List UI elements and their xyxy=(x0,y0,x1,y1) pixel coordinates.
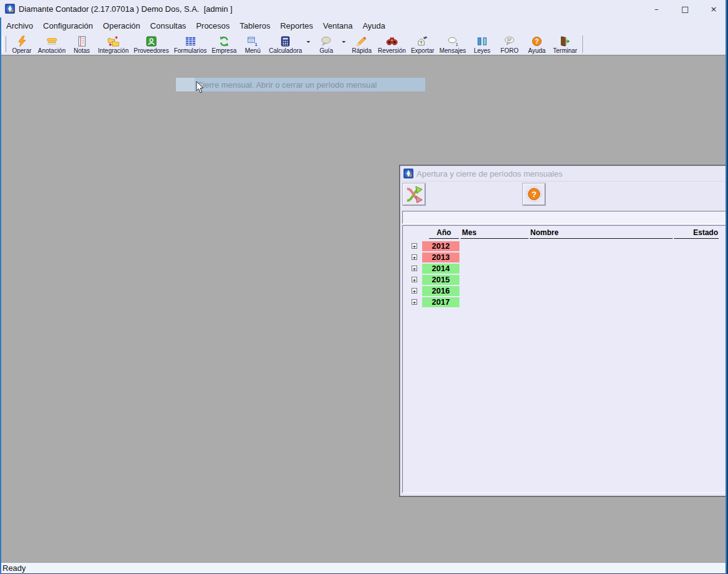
toolbar-button-empresa[interactable]: Empresa xyxy=(209,34,239,55)
grid-row-2017: +2017 xyxy=(403,297,728,308)
guia-balloon-icon xyxy=(320,35,332,47)
toolbar: OperarAnotaciónNotasIntegraciónProveedor… xyxy=(0,34,728,56)
toolbar-button-label: Guía xyxy=(320,48,333,54)
toolbar-button-label: Empresa xyxy=(211,48,236,54)
dialog-title: Apertura y cierre de períodos mensuales xyxy=(417,169,563,178)
toolbar-button-calculadora[interactable]: Calculadora xyxy=(266,34,304,55)
menubar: ArchivoConfiguraciónOperaciónConsultasPr… xyxy=(0,17,728,34)
column-header-mes[interactable]: Mes xyxy=(462,228,476,237)
toolbar-button-label: Formularios xyxy=(174,48,207,54)
dialog-toolbar: ? xyxy=(400,182,728,210)
toolbar-button-formularios[interactable]: Formularios xyxy=(172,34,210,55)
titlebar: Diamante Contador (2.17.0701a ) Demo Dos… xyxy=(0,0,728,17)
year-cell[interactable]: 2012 xyxy=(422,241,459,251)
window-right-border xyxy=(726,0,728,574)
status-text: Ready xyxy=(0,563,26,573)
menu-tableros[interactable]: Tableros xyxy=(235,19,275,33)
dropdown-arrow-icon[interactable] xyxy=(340,34,348,55)
menu-ventana[interactable]: Ventana xyxy=(318,19,357,33)
toolbar-button-proveedores[interactable]: Proveedores xyxy=(131,34,172,55)
menu-procesos[interactable]: Procesos xyxy=(191,19,234,33)
toolbar-button-label: Notas xyxy=(73,48,90,54)
dialog-titlebar[interactable]: Apertura y cierre de períodos mensuales xyxy=(400,166,728,182)
dropdown-arrow-icon[interactable] xyxy=(305,34,313,55)
menu-ayuda[interactable]: Ayuda xyxy=(357,19,390,33)
toolbar-button-ayuda[interactable]: ?Ayuda xyxy=(523,34,551,55)
maximize-button[interactable]: □ xyxy=(671,0,699,17)
grid-header: AñoMesNombreEstado xyxy=(403,226,728,239)
dialog-app-icon xyxy=(403,169,413,178)
toolbar-button-reversion[interactable]: Reversión xyxy=(376,34,408,55)
expand-button[interactable]: + xyxy=(412,254,417,260)
help-question-icon: ? xyxy=(525,185,543,204)
toolbar-button-exportar[interactable]: Exportar xyxy=(408,34,437,55)
expand-button[interactable]: + xyxy=(412,299,417,305)
formularios-grid-icon xyxy=(185,35,196,47)
exportar-arrow-icon xyxy=(417,35,428,47)
year-cell[interactable]: 2017 xyxy=(422,297,459,307)
header-underline xyxy=(429,238,459,239)
filter-input[interactable] xyxy=(403,212,728,224)
toolbar-button-rapida[interactable]: Rápida xyxy=(348,34,376,55)
toolbar-button-label: Leyes xyxy=(474,48,491,54)
expand-button[interactable]: + xyxy=(412,243,417,249)
toolbar-button-operar[interactable]: Operar xyxy=(8,34,35,55)
toolbar-button-label: FORO xyxy=(500,48,518,54)
menu-reportes[interactable]: Reportes xyxy=(275,19,318,33)
toolbar-button-label: Menú xyxy=(245,48,260,54)
year-cell[interactable]: 2015 xyxy=(422,275,459,285)
toolbar-button-label: Mensajes xyxy=(440,48,466,54)
integracion-folders-icon xyxy=(108,35,119,47)
toolbar-button-label: Calculadora xyxy=(269,48,302,54)
operar-lightning-icon xyxy=(16,35,28,47)
toolbar-button-label: Reversión xyxy=(378,48,406,54)
year-cell[interactable]: 2016 xyxy=(422,286,459,296)
year-cell[interactable]: 2013 xyxy=(422,252,459,262)
expand-button[interactable]: + xyxy=(412,266,417,271)
reversion-binoculars-icon xyxy=(386,35,398,47)
toolbar-button-integracion[interactable]: Integración xyxy=(95,34,131,55)
column-header-ano[interactable]: Año xyxy=(429,228,459,237)
window-left-border xyxy=(0,17,1,574)
dialog-help-button[interactable]: ? xyxy=(523,183,545,205)
expand-button[interactable]: + xyxy=(412,277,417,282)
window-title: Diamante Contador (2.17.0701a ) Demo Dos… xyxy=(19,4,233,14)
toolbar-button-foro[interactable]: FORO xyxy=(496,34,523,55)
toolbar-grip[interactable] xyxy=(2,36,6,52)
expand-button[interactable]: + xyxy=(412,288,417,294)
menu-hint-bar[interactable]: Cierre mensual. Abrir o cerrar un períod… xyxy=(176,78,425,91)
toolbar-button-leyes[interactable]: Leyes xyxy=(469,34,496,55)
mdi-desktop: Cierre mensual. Abrir o cerrar un períod… xyxy=(0,56,728,562)
toggle-period-button[interactable] xyxy=(403,183,425,205)
column-header-estado[interactable]: Estado xyxy=(675,228,718,237)
column-header-nombre[interactable]: Nombre xyxy=(530,228,558,237)
header-underline xyxy=(530,238,673,239)
toolbar-button-guia[interactable]: Guía xyxy=(313,34,340,55)
minimize-button[interactable]: – xyxy=(642,0,671,17)
menu-consultas[interactable]: Consultas xyxy=(145,19,191,33)
toolbar-button-label: Terminar xyxy=(553,48,578,54)
menu-configuracion[interactable]: Configuración xyxy=(38,19,98,33)
toolbar-button-label: Anotación xyxy=(38,48,65,54)
grid-row-2013: +2013 xyxy=(403,252,728,263)
toolbar-button-mensajes[interactable]: 1Mensajes xyxy=(437,34,469,55)
toolbar-button-label: Ayuda xyxy=(528,48,545,54)
foro-bubble-icon xyxy=(504,35,515,47)
toolbar-separator xyxy=(583,35,584,53)
toolbar-button-menu[interactable]: 1Menú xyxy=(239,34,266,55)
toolbar-button-anotacion[interactable]: Anotación xyxy=(35,34,68,55)
ayuda-question-icon: ? xyxy=(531,35,543,47)
toolbar-button-label: Exportar xyxy=(411,48,435,54)
mensajes-oval-icon: 1 xyxy=(447,35,459,47)
menu-hint-text: Cierre mensual. Abrir o cerrar un períod… xyxy=(195,80,377,90)
svg-text:?: ? xyxy=(535,38,538,45)
menu-operacion[interactable]: Operación xyxy=(98,19,145,33)
toolbar-button-terminar[interactable]: Terminar xyxy=(551,34,580,55)
grid-row-2015: +2015 xyxy=(403,274,728,285)
terminar-door-icon xyxy=(559,35,571,47)
toolbar-button-notas[interactable]: Notas xyxy=(68,34,95,55)
menu-archivo[interactable]: Archivo xyxy=(1,19,38,33)
year-cell[interactable]: 2014 xyxy=(422,264,459,274)
close-button[interactable]: × xyxy=(699,0,728,17)
toolbar-button-label: Integración xyxy=(98,48,128,54)
